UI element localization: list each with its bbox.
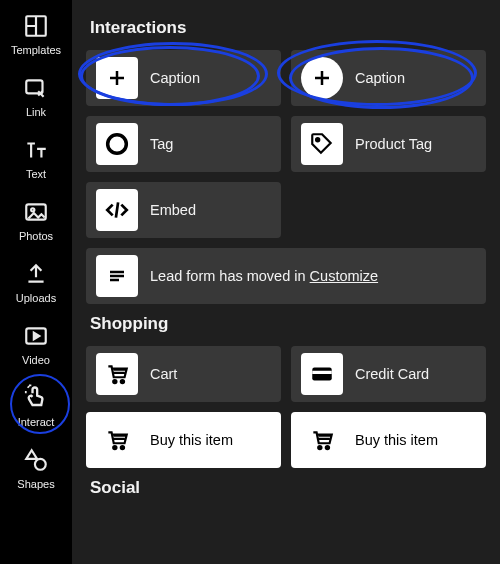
sidebar-item-label: Photos (19, 230, 53, 242)
tile-label: Caption (150, 70, 200, 86)
svg-point-15 (326, 446, 329, 449)
embed-icon (96, 189, 138, 231)
cart-icon (301, 419, 343, 461)
tile-caption-circle[interactable]: Caption (291, 50, 486, 106)
notice-prefix: Lead form has moved in (150, 268, 310, 284)
svg-point-14 (318, 446, 321, 449)
lines-icon (96, 255, 138, 297)
tile-product-tag[interactable]: Product Tag (291, 116, 486, 172)
sidebar-item-label: Video (22, 354, 50, 366)
tile-buy-item[interactable]: Buy this item (291, 412, 486, 468)
link-cursor-icon (22, 74, 50, 102)
sidebar-item-label: Text (26, 168, 46, 180)
tile-buy-item[interactable]: Buy this item (86, 412, 281, 468)
notice-text: Lead form has moved in Customize (150, 268, 378, 284)
sidebar-item-label: Templates (11, 44, 61, 56)
sidebar-item-templates[interactable]: Templates (2, 4, 70, 66)
tag-icon (301, 123, 343, 165)
tile-cart[interactable]: Cart (86, 346, 281, 402)
sidebar-item-label: Interact (18, 416, 55, 428)
interact-icon (22, 384, 50, 412)
customize-link[interactable]: Customize (310, 268, 379, 284)
svg-point-12 (113, 446, 116, 449)
templates-icon (22, 12, 50, 40)
sidebar-item-uploads[interactable]: Uploads (2, 252, 70, 314)
svg-point-3 (31, 208, 34, 211)
sidebar-item-text[interactable]: Text (2, 128, 70, 190)
lead-form-notice: Lead form has moved in Customize (86, 248, 486, 304)
svg-rect-1 (26, 80, 42, 93)
tile-tag[interactable]: Tag (86, 116, 281, 172)
shapes-icon (22, 446, 50, 474)
sidebar: Templates Link Text Photos Uploads (0, 0, 72, 564)
plus-icon (96, 57, 138, 99)
svg-point-5 (35, 459, 46, 470)
tile-label: Caption (355, 70, 405, 86)
section-title-interactions: Interactions (90, 18, 486, 38)
svg-point-8 (113, 380, 116, 383)
tile-embed[interactable]: Embed (86, 182, 281, 238)
tile-label: Cart (150, 366, 177, 382)
tile-label: Tag (150, 136, 173, 152)
tile-label: Product Tag (355, 136, 432, 152)
tile-label: Embed (150, 202, 196, 218)
upload-icon (22, 260, 50, 288)
tile-label: Credit Card (355, 366, 429, 382)
sidebar-item-label: Link (26, 106, 46, 118)
svg-point-9 (121, 380, 124, 383)
sidebar-item-link[interactable]: Link (2, 66, 70, 128)
text-icon (22, 136, 50, 164)
plus-icon (301, 57, 343, 99)
options-panel: Interactions Caption Caption (72, 0, 500, 564)
image-icon (22, 198, 50, 226)
cart-icon (96, 353, 138, 395)
tile-label: Buy this item (150, 432, 233, 448)
sidebar-item-label: Uploads (16, 292, 56, 304)
svg-rect-11 (312, 371, 332, 374)
svg-point-7 (316, 138, 319, 141)
sidebar-item-photos[interactable]: Photos (2, 190, 70, 252)
tile-credit-card[interactable]: Credit Card (291, 346, 486, 402)
sidebar-item-video[interactable]: Video (2, 314, 70, 376)
sidebar-item-interact[interactable]: Interact (2, 376, 70, 438)
sidebar-item-shapes[interactable]: Shapes (2, 438, 70, 500)
section-title-social: Social (90, 478, 486, 498)
cart-icon (96, 419, 138, 461)
tile-label: Buy this item (355, 432, 438, 448)
svg-point-6 (108, 135, 127, 154)
section-title-shopping: Shopping (90, 314, 486, 334)
tile-caption[interactable]: Caption (86, 50, 281, 106)
svg-point-13 (121, 446, 124, 449)
card-icon (301, 353, 343, 395)
sidebar-item-label: Shapes (17, 478, 54, 490)
ring-icon (96, 123, 138, 165)
video-icon (22, 322, 50, 350)
